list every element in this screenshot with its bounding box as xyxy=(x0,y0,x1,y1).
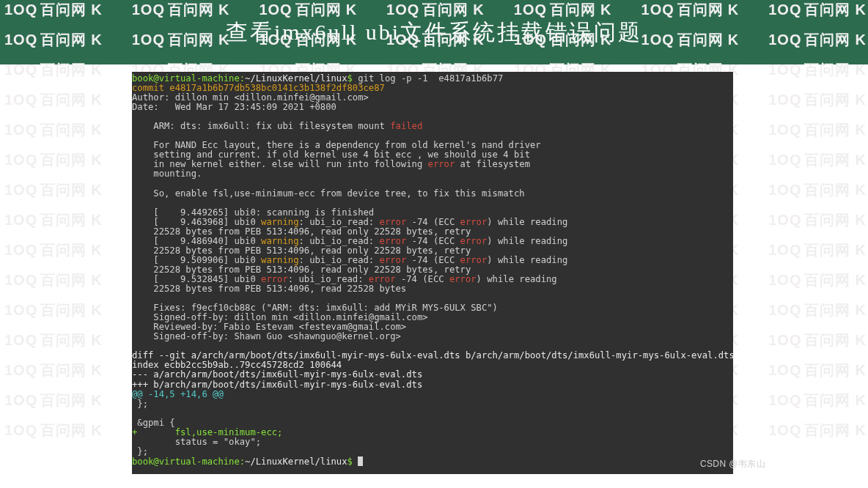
diff-add: + fsl,use-minimum-ecc; xyxy=(132,427,282,437)
diff-line: --- a/arch/arm/boot/dts/imx6ull-myir-mys… xyxy=(132,369,422,380)
log-line: 22528 bytes from PEB 513:4096, read only… xyxy=(132,245,471,256)
body-line: For NAND Ecc layout, there is a dependen… xyxy=(132,140,541,150)
author-line: Author: dillon min <dillon.minfei@gmail.… xyxy=(132,92,369,103)
body-line: mounting. xyxy=(132,169,202,179)
page-title: 查看imx6ull ubi文件系统挂载错误问题 xyxy=(0,0,868,64)
log-line: 22528 bytes from PEB 513:4096, read only… xyxy=(132,265,471,275)
log-line: 22528 bytes from PEB 513:4096, read only… xyxy=(132,226,471,237)
log-line: [ 9.532845] ubi0 error: ubi_io_read: err… xyxy=(132,274,557,284)
cursor-icon xyxy=(358,456,363,466)
log-line: [ 9.449265] ubi0: scanning is finished xyxy=(132,207,374,218)
diff-context: }; xyxy=(132,446,148,456)
prompt-end: book@virtual-machine:~/LinuxKernel/linux… xyxy=(132,456,353,467)
diff-hunk: @@ -14,5 +14,6 @@ xyxy=(132,389,224,399)
diff-context: &gpmi { xyxy=(132,418,175,428)
trailer-line: Reviewed-by: Fabio Estevam <festevam@gma… xyxy=(132,322,406,332)
body-line: in new kernel either. else will run into… xyxy=(132,159,530,169)
prompt: book@virtual-machine:~/LinuxKernel/linux… xyxy=(132,73,353,84)
log-line: 22528 bytes from PEB 513:4096, read 2252… xyxy=(132,284,406,294)
fixes-line: Fixes: f9ecf10cb88c ("ARM: dts: imx6ull:… xyxy=(132,303,498,313)
trailer-line: Signed-off-by: Shawn Guo <shawnguo@kerne… xyxy=(132,331,401,341)
log-line: [ 9.509906] ubi0 warning: ubi_io_read: e… xyxy=(132,255,567,265)
body-line: setting and current. if old kernel use 4… xyxy=(132,149,530,160)
log-line: [ 9.463968] ubi0 warning: ubi_io_read: e… xyxy=(132,217,567,227)
diff-line: +++ b/arch/arm/boot/dts/imx6ull-myir-mys… xyxy=(132,380,422,390)
diff-line: index ecbb2cc5b9ab..79cc45728cd2 100644 xyxy=(132,360,342,370)
csdn-watermark: CSDN @韦东山 xyxy=(700,458,765,470)
command: git log -p -1 e4817a1b6b77 xyxy=(358,73,503,84)
diff-context xyxy=(132,408,137,418)
body-line: So, enable fsl,use-minimum-ecc from devi… xyxy=(132,188,525,199)
terminal-window[interactable]: book@virtual-machine:~/LinuxKernel/linux… xyxy=(132,72,733,474)
title-text: 查看imx6ull ubi文件系统挂载错误问题 xyxy=(226,18,642,48)
commit-line: commit e4817a1b6b77db538bc0141c3b138f2df… xyxy=(132,83,385,93)
date-line: Date: Wed Mar 17 23:45:09 2021 +0800 xyxy=(132,102,336,112)
diff-line: diff --git a/arch/arm/boot/dts/imx6ull-m… xyxy=(132,350,735,361)
subject-line: ARM: dts: imx6ull: fix ubi filesystem mo… xyxy=(132,121,422,131)
diff-context: status = "okay"; xyxy=(132,437,261,447)
log-line: [ 9.486940] ubi0 warning: ubi_io_read: e… xyxy=(132,236,567,246)
diff-context: }; xyxy=(132,399,148,409)
trailer-line: Signed-off-by: dillon min <dillon.minfei… xyxy=(132,312,428,322)
